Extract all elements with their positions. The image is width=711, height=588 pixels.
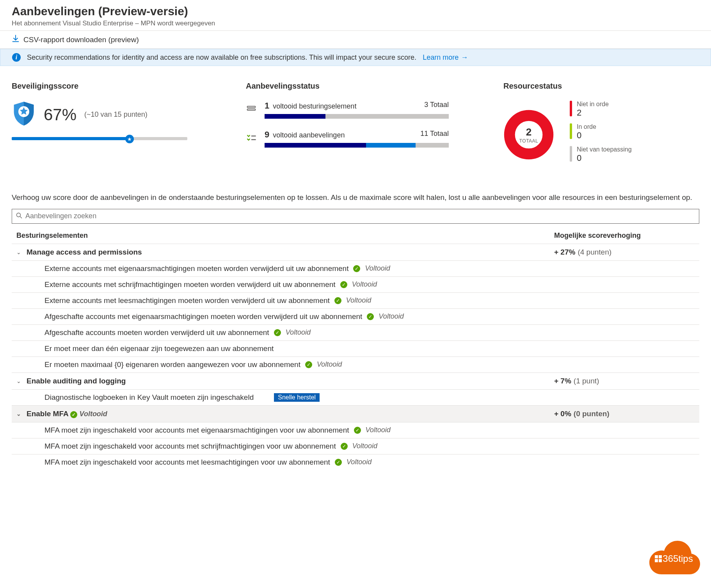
recstatus-title: Aanbevelingsstatus — [246, 82, 449, 91]
score-progress: ★ — [12, 137, 187, 140]
resource-total-label: TOTAAL — [519, 138, 539, 144]
recstatus-row: 9 voltooid aanbevelingen11 Totaal — [246, 130, 449, 148]
resource-total-number: 2 — [526, 126, 531, 138]
check-icon: ✓ — [274, 329, 281, 336]
shield-icon — [12, 101, 36, 128]
recommendation-row[interactable]: Diagnostische logboeken in Key Vault moe… — [12, 389, 699, 405]
recommendations-table: Besturingselementen Mogelijke scoreverho… — [12, 228, 699, 470]
legend-item: Niet in orde2 — [570, 101, 632, 118]
chevron-down-icon: ⌄ — [16, 411, 21, 417]
control-group[interactable]: ⌄Manage access and permissions+ 27%(4 pu… — [12, 244, 699, 260]
legend-item: In orde0 — [570, 123, 632, 141]
recommendation-row[interactable]: Er moeten maximaal {0} eigenaren worden … — [12, 356, 699, 372]
check-icon: ✓ — [367, 313, 374, 320]
check-icon: ✓ — [334, 297, 341, 304]
control-group[interactable]: ⌄Enable auditing and logging+ 7%(1 punt) — [12, 372, 699, 389]
quick-fix-badge: Snelle herstel — [274, 393, 320, 402]
resource-status-panel: Resourcestatus 2 TOTAAL Niet in orde2In … — [503, 82, 632, 169]
info-text: Security recommendations for identity an… — [27, 53, 416, 62]
col-controls: Besturingselementen — [16, 232, 554, 240]
security-score-title: Beveiligingsscore — [12, 82, 191, 91]
search-icon — [16, 212, 22, 221]
page-subtitle: Het abonnement Visual Studio Enterprise … — [12, 20, 699, 27]
arrow-right-icon: → — [461, 53, 468, 62]
resource-legend: Niet in orde2In orde0Niet van toepassing… — [570, 101, 632, 169]
score-percent: 67% — [44, 105, 76, 124]
svg-rect-2 — [247, 109, 256, 110]
resstatus-title: Resourcestatus — [503, 82, 632, 91]
svg-rect-1 — [247, 106, 256, 108]
search-box[interactable] — [12, 209, 699, 224]
check-icon: ✓ — [305, 361, 312, 368]
check-icon: ✓ — [70, 411, 77, 418]
recstatus-icon — [246, 132, 258, 145]
helper-text: Verhoog uw score door de aanbevelingen i… — [0, 192, 711, 207]
page-header: Aanbevelingen (Preview-versie) Het abonn… — [0, 0, 711, 31]
check-icon: ✓ — [341, 443, 348, 450]
control-group[interactable]: ⌄Enable MFA ✓ Voltooid+ 0%(0 punten) — [12, 405, 699, 422]
recommendation-row[interactable]: Afgeschafte accounts met eigenaarsmachti… — [12, 308, 699, 324]
chevron-down-icon: ⌄ — [16, 378, 21, 384]
recstatus-icon — [246, 103, 258, 116]
recommendation-row[interactable]: MFA moet zijn ingeschakeld voor accounts… — [12, 454, 699, 470]
resource-donut-chart: 2 TOTAAL — [503, 109, 554, 160]
search-input[interactable] — [25, 212, 695, 220]
recommendation-row[interactable]: MFA moet zijn ingeschakeld voor accounts… — [12, 422, 699, 438]
recommendation-row[interactable]: Externe accounts met schrijfmachtigingen… — [12, 276, 699, 292]
svg-point-6 — [17, 213, 21, 217]
download-icon — [12, 35, 20, 45]
recommendation-row[interactable]: Externe accounts met eigenaarsmachtiging… — [12, 260, 699, 276]
recommendation-row[interactable]: Er moet meer dan één eigenaar zijn toege… — [12, 340, 699, 356]
check-icon: ✓ — [353, 265, 360, 272]
col-score-increase: Mogelijke scoreverhoging — [554, 232, 695, 240]
recommendation-row[interactable]: MFA moet zijn ingeschakeld voor accounts… — [12, 438, 699, 454]
recommendation-row[interactable]: Afgeschafte accounts moeten worden verwi… — [12, 324, 699, 340]
download-csv-button[interactable]: CSV-rapport downloaden (preview) — [12, 35, 139, 45]
info-icon: i — [12, 53, 21, 62]
score-detail: (~10 van 15 punten) — [84, 110, 148, 119]
legend-item: Niet van toepassing0 — [570, 146, 632, 163]
check-icon: ✓ — [340, 281, 347, 288]
score-thumb-icon: ★ — [125, 135, 134, 143]
check-icon: ✓ — [354, 427, 361, 434]
recommendation-row[interactable]: Externe accounts met leesmachtigingen mo… — [12, 292, 699, 308]
toolbar: CSV-rapport downloaden (preview) — [0, 31, 711, 49]
info-banner: i Security recommendations for identity … — [0, 49, 711, 66]
stats-row: Beveiligingsscore 67% (~10 van 15 punten… — [0, 66, 711, 192]
chevron-down-icon: ⌄ — [16, 249, 21, 255]
download-csv-label: CSV-rapport downloaden (preview) — [23, 36, 139, 44]
page-title: Aanbevelingen (Preview-versie) — [12, 5, 699, 18]
svg-line-7 — [20, 216, 22, 218]
check-icon: ✓ — [335, 459, 342, 466]
learn-more-link[interactable]: Learn more → — [423, 53, 468, 62]
security-score-panel: Beveiligingsscore 67% (~10 van 15 punten… — [12, 82, 191, 169]
recstatus-row: 1 voltooid besturingselement3 Totaal — [246, 101, 449, 119]
recommendation-status-panel: Aanbevelingsstatus 1 voltooid besturings… — [246, 82, 449, 169]
table-header: Besturingselementen Mogelijke scoreverho… — [12, 228, 699, 244]
